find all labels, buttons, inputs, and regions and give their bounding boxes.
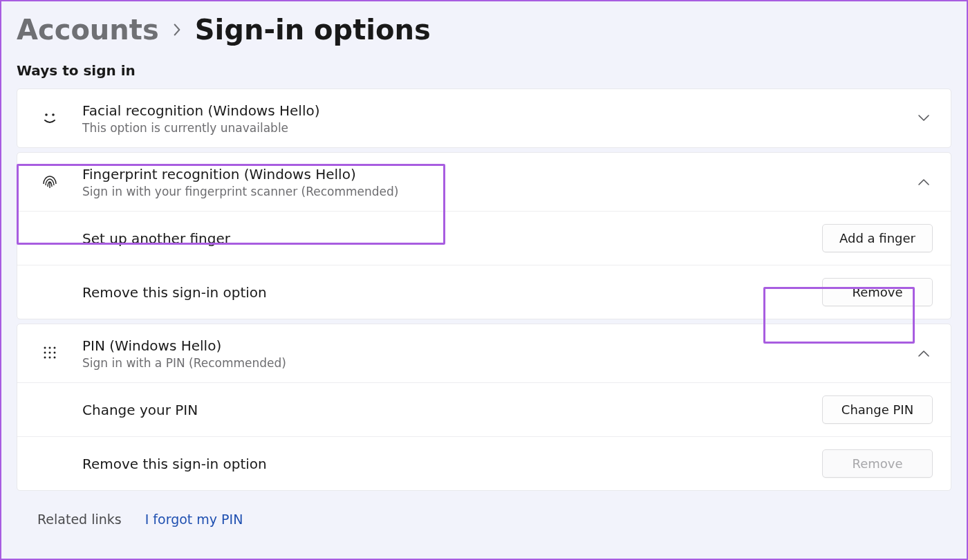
face-icon — [38, 109, 62, 127]
svg-point-0 — [45, 113, 48, 116]
remove-pin-button[interactable]: Remove — [822, 449, 933, 478]
option-fingerprint: Fingerprint recognition (Windows Hello) … — [17, 152, 951, 319]
option-pin-header[interactable]: PIN (Windows Hello) Sign in with a PIN (… — [17, 324, 951, 382]
fingerprint-setup-row: Set up another finger Add a finger — [17, 211, 951, 265]
option-facial-title: Facial recognition (Windows Hello) — [82, 102, 915, 120]
chevron-right-icon — [171, 23, 183, 37]
pin-change-label: Change your PIN — [82, 402, 822, 418]
fingerprint-remove-row: Remove this sign-in option Remove — [17, 265, 951, 319]
option-facial-header[interactable]: Facial recognition (Windows Hello) This … — [17, 89, 951, 147]
option-fingerprint-header[interactable]: Fingerprint recognition (Windows Hello) … — [17, 153, 951, 211]
change-pin-button[interactable]: Change PIN — [822, 395, 933, 424]
fingerprint-remove-label: Remove this sign-in option — [82, 284, 822, 301]
chevron-up-icon — [915, 349, 933, 357]
pin-remove-row: Remove this sign-in option Remove — [17, 436, 951, 490]
option-fingerprint-title: Fingerprint recognition (Windows Hello) — [82, 165, 915, 183]
svg-point-6 — [49, 352, 51, 354]
section-heading: Ways to sign in — [17, 62, 951, 79]
fingerprint-icon — [38, 172, 62, 192]
add-finger-button[interactable]: Add a finger — [822, 224, 933, 252]
svg-point-8 — [44, 357, 46, 359]
forgot-pin-link[interactable]: I forgot my PIN — [145, 512, 243, 527]
option-pin: PIN (Windows Hello) Sign in with a PIN (… — [17, 324, 951, 491]
related-links-label: Related links — [37, 512, 122, 527]
option-pin-title: PIN (Windows Hello) — [82, 337, 915, 355]
svg-point-10 — [54, 357, 56, 359]
svg-point-1 — [52, 113, 55, 116]
fingerprint-setup-label: Set up another finger — [82, 230, 822, 247]
option-facial-subtitle: This option is currently unavailable — [82, 121, 915, 135]
pin-remove-label: Remove this sign-in option — [82, 456, 822, 472]
chevron-down-icon — [915, 114, 933, 122]
pin-change-row: Change your PIN Change PIN — [17, 382, 951, 436]
remove-fingerprint-button[interactable]: Remove — [822, 278, 933, 306]
breadcrumb: Accounts Sign-in options — [17, 14, 951, 46]
svg-point-9 — [49, 357, 51, 359]
option-fingerprint-subtitle: Sign in with your fingerprint scanner (R… — [82, 185, 915, 198]
related-links-row: Related links I forgot my PIN — [17, 495, 951, 535]
chevron-up-icon — [915, 178, 933, 186]
svg-point-3 — [49, 347, 51, 349]
breadcrumb-parent[interactable]: Accounts — [17, 14, 159, 46]
keypad-icon — [38, 345, 62, 362]
svg-point-2 — [44, 347, 46, 349]
page-title: Sign-in options — [195, 14, 431, 46]
svg-point-7 — [54, 352, 56, 354]
svg-point-4 — [54, 347, 56, 349]
option-pin-subtitle: Sign in with a PIN (Recommended) — [82, 356, 915, 370]
option-facial: Facial recognition (Windows Hello) This … — [17, 88, 951, 148]
svg-point-5 — [44, 352, 46, 354]
